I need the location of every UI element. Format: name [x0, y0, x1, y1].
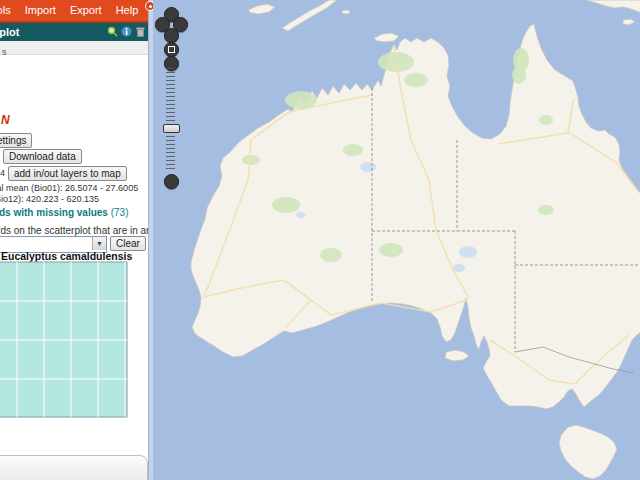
- menu-item-tools[interactable]: Tools: [0, 4, 11, 16]
- menu-items: ToolsImportExportHelp: [0, 0, 148, 16]
- scatterplot-panel-header: Scatterplot: [0, 23, 148, 41]
- zoom-slider-track[interactable]: [166, 68, 175, 172]
- clipped-text-fragment: s: [2, 47, 7, 57]
- edit-settings-button[interactable]: Edit settings: [0, 133, 32, 148]
- menu-bar: ToolsImportExportHelp: [0, 0, 148, 23]
- zoom-slider-handle[interactable]: [163, 124, 180, 133]
- info-icon[interactable]: [121, 26, 132, 37]
- bio01-range-stat: Temperature - annual mean (Bio01): 26.50…: [0, 183, 138, 193]
- pan-down-button[interactable]: [164, 28, 179, 43]
- clipped-text-fragment: 4: [0, 168, 5, 178]
- missing-values-link-text: records with missing values: [0, 207, 108, 218]
- panel-toolbar-strip: s: [0, 41, 148, 55]
- zoom-out-button[interactable]: [164, 174, 179, 189]
- chevron-down-icon[interactable]: ▼: [92, 237, 106, 250]
- menu-item-export[interactable]: Export: [70, 4, 102, 16]
- add-layers-button[interactable]: add in/out layers to map: [8, 166, 127, 181]
- menu-item-import[interactable]: Import: [25, 4, 56, 16]
- clear-button[interactable]: Clear: [110, 236, 146, 251]
- bio12-range-stat: Precipitation - annual (Bio12): 420.223 …: [0, 194, 99, 204]
- missing-values-link[interactable]: records with missing values (73): [0, 207, 129, 218]
- missing-values-count: (73): [111, 207, 129, 218]
- download-data-button[interactable]: Download data: [3, 149, 82, 164]
- application-window: ToolsImportExportHelp Scatterplot: [0, 0, 640, 480]
- panel-header-icons: [107, 26, 146, 37]
- scatterplot-canvas[interactable]: [0, 261, 148, 453]
- map-reset-button[interactable]: [164, 42, 179, 57]
- zoom-icon[interactable]: [107, 26, 118, 37]
- map-viewport[interactable]: [153, 0, 640, 480]
- menu-item-help[interactable]: Help: [116, 4, 139, 16]
- warning-text: N: [1, 113, 10, 127]
- delete-icon[interactable]: [135, 26, 146, 37]
- left-panel: ToolsImportExportHelp Scatterplot: [0, 0, 148, 480]
- landmass-layer: [191, 0, 640, 479]
- highlight-area-caption: Highlight records on the scatterplot tha…: [0, 225, 148, 236]
- map-canvas[interactable]: [153, 0, 640, 480]
- panel-title: Scatterplot: [0, 26, 19, 38]
- collapsed-panel[interactable]: [0, 455, 148, 480]
